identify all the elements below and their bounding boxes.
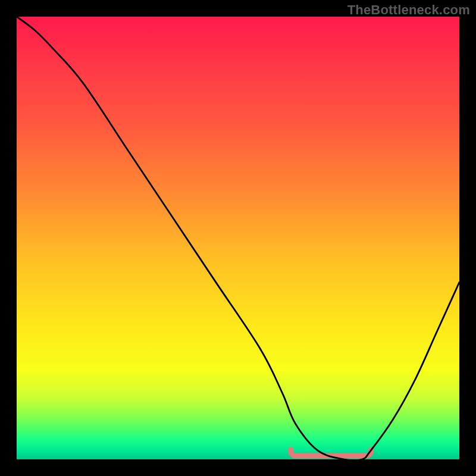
chart-frame: TheBottleneck.com bbox=[0, 0, 476, 476]
bottleneck-chart bbox=[17, 17, 459, 459]
watermark-text: TheBottleneck.com bbox=[347, 2, 470, 18]
